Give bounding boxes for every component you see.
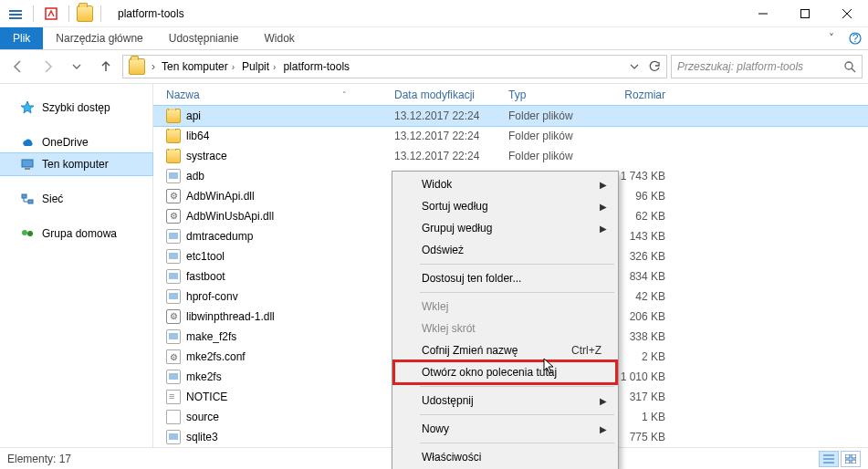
file-size: 834 KB bbox=[612, 270, 685, 283]
menu-item[interactable]: Udostępnij▶ bbox=[394, 390, 616, 412]
breadcrumb-label: Ten komputer bbox=[162, 60, 228, 73]
home-icon bbox=[20, 226, 35, 241]
context-menu[interactable]: Widok▶Sortuj według▶Grupuj według▶Odświe… bbox=[392, 171, 619, 469]
svg-point-19 bbox=[22, 230, 27, 235]
file-name: api bbox=[186, 109, 201, 122]
dll-icon bbox=[166, 189, 181, 203]
view-details-button[interactable] bbox=[819, 451, 839, 467]
table-row[interactable]: systrace13.12.2017 22:24Folder plików bbox=[153, 146, 868, 166]
exe-icon bbox=[166, 249, 181, 264]
folder-icon bbox=[129, 58, 145, 75]
pc-icon bbox=[20, 157, 35, 172]
recent-locations-button[interactable] bbox=[64, 54, 89, 79]
svg-text:?: ? bbox=[852, 32, 859, 45]
search-placeholder: Przeszukaj: platform-tools bbox=[677, 60, 843, 73]
column-header-type[interactable]: Typ bbox=[503, 89, 612, 101]
column-header-size[interactable]: Rozmiar bbox=[612, 89, 685, 101]
file-icon bbox=[166, 410, 181, 424]
breadcrumb-label: Pulpit bbox=[242, 60, 269, 73]
address-bar[interactable]: › Ten komputer› Pulpit› platform-tools bbox=[122, 55, 667, 78]
file-size: 338 KB bbox=[612, 330, 685, 343]
file-name: lib64 bbox=[186, 130, 209, 142]
chevron-right-icon: › bbox=[232, 62, 235, 72]
menu-item[interactable]: Właściwości bbox=[394, 446, 616, 468]
file-name: AdbWinUsbApi.dll bbox=[186, 210, 274, 223]
menu-item[interactable]: Widok▶ bbox=[394, 173, 616, 195]
up-button[interactable] bbox=[93, 54, 119, 79]
chevron-right-icon: ▶ bbox=[600, 202, 607, 212]
sidebar-item-ten-komputer[interactable]: Ten komputer bbox=[0, 153, 152, 175]
sidebar-item-label: Grupa domowa bbox=[42, 227, 117, 240]
sidebar-item-onedrive[interactable]: OneDrive bbox=[0, 131, 152, 153]
sidebar-item-sieć[interactable]: Sieć bbox=[0, 188, 152, 210]
file-size: 326 KB bbox=[612, 250, 685, 263]
exe-icon bbox=[166, 289, 181, 304]
table-row[interactable]: api13.12.2017 22:24Folder plików bbox=[153, 106, 868, 126]
file-name: systrace bbox=[186, 150, 227, 162]
menu-item[interactable]: Otwórz okno polecenia tutaj bbox=[394, 361, 616, 383]
sidebar-item-grupa-domowa[interactable]: Grupa domowa bbox=[0, 223, 152, 245]
breadcrumb[interactable]: platform-tools bbox=[279, 56, 353, 78]
minimize-button[interactable] bbox=[742, 0, 784, 27]
back-button[interactable] bbox=[5, 54, 31, 79]
menu-item-label: Otwórz okno polecenia tutaj bbox=[422, 366, 557, 379]
search-input[interactable]: Przeszukaj: platform-tools bbox=[671, 55, 863, 78]
tab-share[interactable]: Udostępnianie bbox=[156, 27, 252, 49]
svg-rect-14 bbox=[25, 168, 30, 170]
refresh-button[interactable] bbox=[644, 56, 664, 78]
file-name: source bbox=[186, 411, 219, 423]
exe-icon bbox=[166, 329, 181, 344]
dll-icon bbox=[166, 209, 181, 224]
table-row[interactable]: lib6413.12.2017 22:24Folder plików bbox=[153, 126, 868, 146]
exe-icon bbox=[166, 430, 181, 444]
properties-icon[interactable] bbox=[41, 4, 61, 24]
file-size: 775 KB bbox=[612, 431, 685, 443]
file-tab[interactable]: Plik bbox=[0, 27, 43, 49]
file-type: Folder plików bbox=[503, 150, 612, 162]
menu-item[interactable]: Grupuj według▶ bbox=[394, 217, 616, 239]
close-button[interactable] bbox=[826, 0, 868, 27]
sidebar-item-szybki-dostęp[interactable]: Szybki dostęp bbox=[0, 97, 152, 119]
status-text: Elementy: 17 bbox=[7, 453, 71, 465]
ribbon-expand-icon[interactable]: ˅ bbox=[821, 27, 842, 49]
menu-item-label: Widok bbox=[422, 178, 452, 191]
view-icons-button[interactable] bbox=[841, 451, 861, 467]
app-icon[interactable] bbox=[5, 4, 26, 24]
menu-item[interactable]: Nowy▶ bbox=[394, 418, 616, 440]
chevron-right-icon[interactable]: › bbox=[149, 60, 158, 73]
ribbon: Plik Narzędzia główne Udostępnianie Wido… bbox=[0, 27, 868, 50]
menu-item[interactable]: Odśwież bbox=[394, 239, 616, 261]
exe-icon bbox=[166, 370, 181, 384]
svg-rect-1 bbox=[9, 14, 22, 16]
window-title: platform-tools bbox=[118, 7, 184, 20]
tab-view[interactable]: Widok bbox=[251, 27, 307, 49]
menu-item-label: Udostępnij bbox=[422, 394, 474, 407]
help-icon[interactable]: ? bbox=[842, 27, 868, 49]
maximize-button[interactable] bbox=[784, 0, 826, 27]
tab-home[interactable]: Narzędzia główne bbox=[43, 27, 155, 49]
file-size: 62 KB bbox=[612, 210, 685, 223]
column-header-date[interactable]: Data modyfikacji bbox=[389, 89, 503, 101]
chevron-right-icon: ▶ bbox=[600, 180, 607, 190]
menu-separator bbox=[420, 386, 614, 387]
svg-line-11 bbox=[852, 68, 855, 72]
column-header-name[interactable]: Nazwa˄ bbox=[161, 89, 389, 101]
sidebar: Szybki dostępOneDriveTen komputerSiećGru… bbox=[0, 84, 153, 447]
forward-button[interactable] bbox=[35, 54, 60, 79]
menu-item[interactable]: Sortuj według▶ bbox=[394, 195, 616, 217]
file-type: Folder plików bbox=[503, 109, 612, 122]
svg-marker-12 bbox=[21, 101, 34, 113]
file-name: AdbWinApi.dll bbox=[186, 190, 255, 203]
file-size: 1 KB bbox=[612, 411, 685, 423]
breadcrumb[interactable]: Pulpit› bbox=[238, 56, 279, 78]
address-dropdown-button[interactable] bbox=[624, 56, 644, 78]
menu-item[interactable]: Dostosuj ten folder... bbox=[394, 267, 616, 289]
menu-item-label: Grupuj według bbox=[422, 222, 492, 234]
net-icon bbox=[20, 192, 35, 206]
sort-indicator-icon: ˄ bbox=[342, 90, 347, 99]
conf-icon bbox=[166, 349, 181, 364]
svg-rect-13 bbox=[22, 160, 33, 167]
file-name: NOTICE bbox=[186, 391, 227, 403]
menu-item[interactable]: Cofnij Zmień nazwęCtrl+Z bbox=[394, 339, 616, 361]
breadcrumb[interactable]: Ten komputer› bbox=[158, 56, 238, 78]
